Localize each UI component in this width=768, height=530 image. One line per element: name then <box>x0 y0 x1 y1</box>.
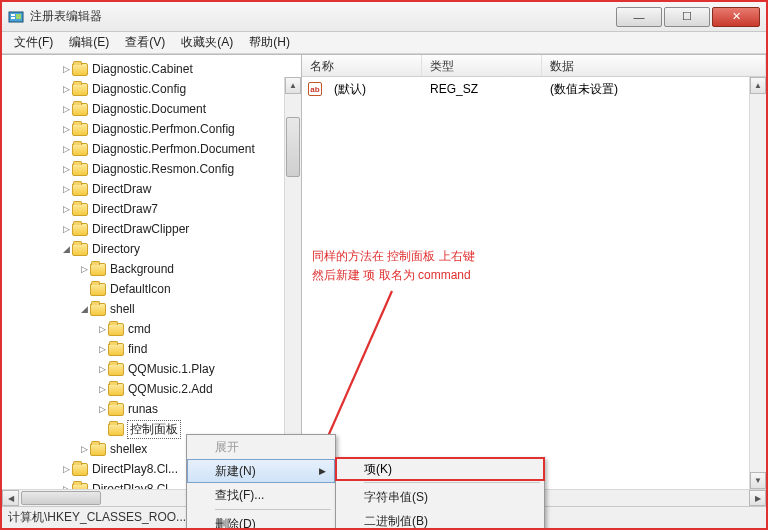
tree-expander-icon[interactable]: ▷ <box>78 264 90 274</box>
ctx-new-binary[interactable]: 二进制值(B) <box>336 509 544 530</box>
ctx-new-string[interactable]: 字符串值(S) <box>336 485 544 509</box>
folder-icon <box>72 483 88 490</box>
tree-expander-icon[interactable]: ▷ <box>96 384 108 394</box>
list-pane[interactable]: 名称 类型 数据 ab (默认) REG_SZ (数值未设置) 同样的方法在 控… <box>302 55 766 489</box>
tree-node[interactable]: ▷Diagnostic.Perfmon.Document <box>2 139 301 159</box>
tree-vscrollbar[interactable]: ▲ ▼ <box>284 77 301 489</box>
ctx-separator <box>215 509 331 510</box>
tree-node[interactable]: DefaultIcon <box>2 279 301 299</box>
tree-node[interactable]: ◢shell <box>2 299 301 319</box>
hscroll-right-button[interactable]: ▶ <box>749 490 766 506</box>
tree-label: shellex <box>110 442 147 456</box>
tree-node[interactable]: ▷Diagnostic.Cabinet <box>2 59 301 79</box>
tree-node[interactable]: ▷Diagnostic.Config <box>2 79 301 99</box>
list-row[interactable]: ab (默认) REG_SZ (数值未设置) <box>302 79 766 99</box>
app-icon <box>8 9 24 25</box>
tree-expander-icon[interactable]: ▷ <box>60 164 72 174</box>
tree-node[interactable]: ▷Diagnostic.Document <box>2 99 301 119</box>
menu-view[interactable]: 查看(V) <box>117 32 173 53</box>
tree-node[interactable]: ◢Directory <box>2 239 301 259</box>
tree-expander-icon[interactable]: ▷ <box>96 364 108 374</box>
tree-node[interactable]: ▷DirectDraw7 <box>2 199 301 219</box>
tree-label: runas <box>128 402 158 416</box>
list-vscrollbar[interactable]: ▲ ▼ <box>749 77 766 489</box>
tree-label: Diagnostic.Perfmon.Config <box>92 122 235 136</box>
titlebar[interactable]: 注册表编辑器 — ☐ ✕ <box>2 2 766 32</box>
tree-expander-icon[interactable]: ▷ <box>96 344 108 354</box>
scroll-thumb[interactable] <box>286 117 300 177</box>
tree-node[interactable]: ▷Diagnostic.Resmon.Config <box>2 159 301 179</box>
tree-label: cmd <box>128 322 151 336</box>
tree-expander-icon[interactable]: ▷ <box>60 64 72 74</box>
window-title: 注册表编辑器 <box>30 8 614 25</box>
tree-expander-icon[interactable]: ▷ <box>60 84 72 94</box>
col-type[interactable]: 类型 <box>422 55 542 76</box>
col-name[interactable]: 名称 <box>302 55 422 76</box>
tree-expander-icon[interactable]: ▷ <box>60 124 72 134</box>
svg-line-4 <box>322 291 392 450</box>
scroll-up-button[interactable]: ▲ <box>750 77 766 94</box>
svg-rect-3 <box>16 14 21 19</box>
folder-icon <box>108 383 124 396</box>
tree-expander-icon[interactable]: ▷ <box>60 464 72 474</box>
tree-expander-icon[interactable]: ▷ <box>60 224 72 234</box>
menu-help[interactable]: 帮助(H) <box>241 32 298 53</box>
minimize-button[interactable]: — <box>616 7 662 27</box>
menu-edit[interactable]: 编辑(E) <box>61 32 117 53</box>
tree-label: DirectDraw <box>92 182 151 196</box>
context-menu: 展开 新建(N)▶ 查找(F)... 删除(D) 重命名(R) 项(K) 字符串… <box>186 434 336 530</box>
col-data[interactable]: 数据 <box>542 55 766 76</box>
folder-icon <box>72 183 88 196</box>
tree-label: DirectPlay8.Cl... <box>92 482 178 489</box>
tree-expander-icon[interactable]: ▷ <box>96 404 108 414</box>
folder-icon <box>72 143 88 156</box>
tree-label: DefaultIcon <box>110 282 171 296</box>
close-button[interactable]: ✕ <box>712 7 760 27</box>
tree-node[interactable]: ▷Background <box>2 259 301 279</box>
menu-file[interactable]: 文件(F) <box>6 32 61 53</box>
tree-expander-icon[interactable]: ◢ <box>60 244 72 254</box>
tree-label: Diagnostic.Resmon.Config <box>92 162 234 176</box>
hscroll-left-button[interactable]: ◀ <box>2 490 19 506</box>
tree-expander-icon[interactable]: ▷ <box>60 144 72 154</box>
tree-expander-icon[interactable]: ▷ <box>60 104 72 114</box>
scroll-down-button[interactable]: ▼ <box>750 472 766 489</box>
ctx-find[interactable]: 查找(F)... <box>187 483 335 507</box>
regedit-window: 注册表编辑器 — ☐ ✕ 文件(F) 编辑(E) 查看(V) 收藏夹(A) 帮助… <box>2 2 766 528</box>
tree-node[interactable]: ▷Diagnostic.Perfmon.Config <box>2 119 301 139</box>
tree-node[interactable]: ▷find <box>2 339 301 359</box>
tree-label: shell <box>110 302 135 316</box>
folder-icon <box>108 403 124 416</box>
folder-icon <box>72 243 88 256</box>
scroll-up-button[interactable]: ▲ <box>285 77 301 94</box>
folder-icon <box>108 323 124 336</box>
menu-favorites[interactable]: 收藏夹(A) <box>173 32 241 53</box>
tree-node[interactable]: ▷QQMusic.1.Play <box>2 359 301 379</box>
tree-expander-icon[interactable]: ▷ <box>60 484 72 489</box>
tree-node[interactable]: ▷QQMusic.2.Add <box>2 379 301 399</box>
tree-expander-icon[interactable]: ▷ <box>78 444 90 454</box>
context-submenu-new: 项(K) 字符串值(S) 二进制值(B) DWORD (32-位)值(D) <box>335 457 545 530</box>
tree-node[interactable]: ▷DirectDrawClipper <box>2 219 301 239</box>
tree-pane[interactable]: ▷Diagnostic.Cabinet▷Diagnostic.Config▷Di… <box>2 55 302 489</box>
tree-expander-icon[interactable]: ▷ <box>60 204 72 214</box>
annotation-text: 同样的方法在 控制面板 上右键 然后新建 项 取名为 command <box>312 247 475 285</box>
ctx-delete[interactable]: 删除(D) <box>187 512 335 530</box>
folder-icon <box>90 283 106 296</box>
tree-expander-icon[interactable]: ◢ <box>78 304 90 314</box>
maximize-button[interactable]: ☐ <box>664 7 710 27</box>
tree-expander-icon[interactable]: ▷ <box>96 324 108 334</box>
ctx-new-key[interactable]: 项(K) <box>335 457 545 481</box>
tree-node[interactable]: ▷runas <box>2 399 301 419</box>
ctx-new[interactable]: 新建(N)▶ <box>187 459 335 483</box>
list-header: 名称 类型 数据 <box>302 55 766 77</box>
folder-icon <box>90 443 106 456</box>
hscroll-thumb[interactable] <box>21 491 101 505</box>
chevron-right-icon: ▶ <box>319 466 326 476</box>
tree-expander-icon[interactable]: ▷ <box>60 184 72 194</box>
folder-icon <box>72 163 88 176</box>
tree-node[interactable]: ▷cmd <box>2 319 301 339</box>
tree-node[interactable]: ▷DirectDraw <box>2 179 301 199</box>
folder-icon <box>72 83 88 96</box>
tree-label: QQMusic.1.Play <box>128 362 215 376</box>
